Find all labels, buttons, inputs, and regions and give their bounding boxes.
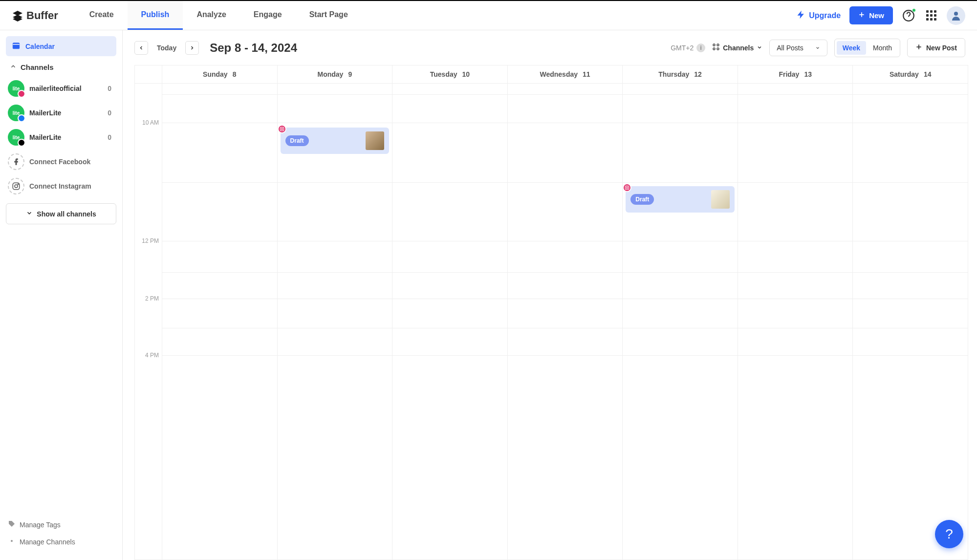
day-header: Thursday12 — [623, 65, 738, 83]
brand-logo[interactable]: Buffer — [12, 9, 58, 22]
brand-name: Buffer — [26, 9, 58, 22]
day-header: Wednesday11 — [508, 65, 623, 83]
svg-point-4 — [15, 185, 18, 188]
sidebar: Calendar Channels lite mailerliteofficia… — [0, 30, 123, 560]
sidebar-calendar-label: Calendar — [25, 43, 55, 50]
next-week-button[interactable] — [185, 41, 199, 55]
posts-filter-label: All Posts — [777, 44, 803, 52]
channel-row[interactable]: lite MailerLite 0 — [6, 125, 116, 150]
gear-icon — [8, 537, 16, 546]
channel-count: 0 — [108, 85, 111, 92]
calendar-icon — [12, 41, 21, 51]
show-all-label: Show all channels — [37, 210, 96, 218]
calendar-grid: Sunday8 Monday9 Tuesday10 Wednesday11 Th… — [123, 65, 977, 560]
timezone-indicator[interactable]: GMT+2 i — [671, 43, 705, 52]
connect-facebook-row[interactable]: Connect Facebook — [6, 150, 116, 174]
nav-tab-analyze[interactable]: Analyze — [183, 1, 239, 30]
time-gutter: 10 AM 12 PM 2 PM 4 PM — [135, 84, 162, 560]
day-column[interactable] — [738, 84, 853, 560]
channel-name-label: mailerliteofficial — [29, 85, 103, 92]
channels-heading-label: Channels — [21, 63, 54, 71]
channels-filter-label: Channels — [723, 44, 754, 52]
help-icon-button[interactable] — [902, 9, 915, 22]
event-card[interactable]: Draft — [281, 128, 390, 154]
connect-instagram-row[interactable]: Connect Instagram — [6, 174, 116, 198]
event-card[interactable]: Draft — [626, 186, 735, 213]
new-post-button[interactable]: New Post — [907, 38, 965, 57]
info-icon: i — [696, 43, 705, 52]
manage-channels-label: Manage Channels — [20, 538, 75, 546]
channel-row[interactable]: lite mailerliteofficial 0 — [6, 76, 116, 101]
channel-row[interactable]: lite MailerLite 0 — [6, 101, 116, 125]
new-post-label: New Post — [926, 44, 957, 52]
channels-section-toggle[interactable]: Channels — [6, 56, 116, 76]
show-all-channels-button[interactable]: Show all channels — [6, 203, 116, 224]
time-label: 2 PM — [145, 295, 159, 302]
question-icon: ? — [945, 526, 953, 542]
upgrade-label: Upgrade — [809, 11, 841, 20]
grid-channels-icon — [712, 43, 720, 52]
user-avatar[interactable] — [947, 6, 965, 25]
draft-badge: Draft — [630, 194, 654, 205]
nav-tab-create[interactable]: Create — [76, 1, 128, 30]
buffer-logo-icon — [12, 10, 23, 22]
help-fab-button[interactable]: ? — [935, 520, 963, 548]
day-column[interactable] — [508, 84, 623, 560]
view-toggle: Week Month — [834, 39, 900, 57]
svg-point-14 — [627, 187, 628, 188]
channels-filter-dropdown[interactable]: Channels — [712, 43, 762, 52]
nav-tab-publish[interactable]: Publish — [128, 1, 183, 30]
svg-point-5 — [18, 184, 19, 185]
chevron-up-icon — [10, 63, 17, 71]
time-label: 12 PM — [142, 237, 159, 244]
channel-count: 0 — [108, 133, 111, 141]
event-thumbnail — [366, 131, 384, 150]
svg-point-10 — [717, 48, 719, 50]
manage-tags-link[interactable]: Manage Tags — [6, 516, 116, 533]
sidebar-item-calendar[interactable]: Calendar — [6, 36, 116, 56]
manage-channels-link[interactable]: Manage Channels — [6, 533, 116, 550]
facebook-badge-icon — [18, 114, 25, 122]
event-thumbnail — [711, 190, 730, 209]
view-week-button[interactable]: Week — [837, 41, 866, 55]
connect-label: Connect Facebook — [29, 158, 114, 166]
prev-week-button[interactable] — [134, 41, 148, 55]
svg-rect-13 — [626, 186, 630, 190]
svg-point-1 — [954, 12, 958, 16]
connect-label: Connect Instagram — [29, 182, 114, 190]
upgrade-link[interactable]: Upgrade — [796, 10, 841, 22]
day-column[interactable] — [392, 84, 508, 560]
view-month-button[interactable]: Month — [867, 41, 898, 55]
chevron-down-icon — [815, 44, 820, 52]
calendar-body[interactable]: 10 AM 12 PM 2 PM 4 PM — [134, 83, 968, 560]
today-button[interactable]: Today — [155, 44, 178, 52]
svg-rect-11 — [280, 127, 284, 131]
day-column[interactable]: Draft — [278, 84, 393, 560]
posts-filter-dropdown[interactable]: All Posts — [769, 40, 827, 56]
nav-tab-start-page[interactable]: Start Page — [296, 1, 362, 30]
nav-tab-engage[interactable]: Engage — [240, 1, 296, 30]
channel-avatar: lite — [8, 105, 24, 121]
svg-rect-2 — [13, 43, 20, 49]
chevron-down-icon — [757, 44, 762, 52]
svg-point-6 — [11, 540, 13, 542]
new-button[interactable]: New — [849, 6, 893, 24]
apps-grid-icon[interactable] — [924, 9, 938, 22]
plus-icon — [915, 43, 922, 52]
day-column[interactable] — [853, 84, 968, 560]
day-header: Monday9 — [278, 65, 393, 83]
svg-point-9 — [713, 48, 715, 50]
instagram-badge-icon — [18, 90, 25, 98]
calendar-toolbar: Today Sep 8 - 14, 2024 GMT+2 i Channels — [123, 30, 977, 65]
channel-avatar: lite — [8, 80, 24, 97]
plus-icon — [858, 11, 865, 20]
channel-avatar-placeholder — [8, 153, 24, 170]
x-badge-icon — [18, 139, 25, 147]
manage-tags-label: Manage Tags — [20, 521, 61, 529]
channel-name-label: MailerLite — [29, 109, 103, 117]
day-header: Tuesday10 — [392, 65, 508, 83]
day-column[interactable]: Draft — [623, 84, 738, 560]
day-column[interactable] — [162, 84, 278, 560]
timezone-label: GMT+2 — [671, 44, 694, 52]
time-label: 4 PM — [145, 352, 159, 359]
